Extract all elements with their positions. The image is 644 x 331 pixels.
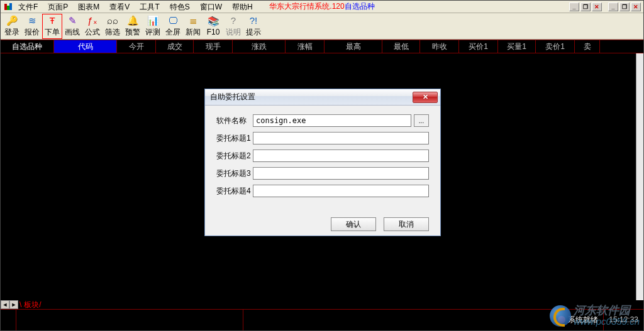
toolbar-label: 评测 bbox=[145, 27, 160, 38]
browse-button[interactable]: ... bbox=[414, 114, 429, 127]
draw-icon: ✎ bbox=[67, 15, 78, 26]
toolbar-新闻[interactable]: ≣新闻 bbox=[183, 14, 203, 39]
news-icon: ≣ bbox=[187, 15, 199, 26]
formula-icon: ƒₓ bbox=[87, 15, 98, 26]
watermark: 河东软件园 www.pc0359.cn bbox=[550, 305, 640, 327]
toolbar-登录[interactable]: 🔑登录 bbox=[2, 14, 22, 39]
toolbar-公式[interactable]: ƒₓ公式 bbox=[82, 14, 103, 39]
column-代码[interactable]: 代码 bbox=[54, 40, 117, 53]
column-最高[interactable]: 最高 bbox=[325, 40, 382, 53]
toolbar: 🔑登录≋报价Ŧ下单✎画线ƒₓ公式⌕⌕筛选🔔预警📊评测🖵全屏≣新闻📚F10?说明?… bbox=[1, 13, 643, 40]
toolbar-报价[interactable]: ≋报价 bbox=[22, 14, 42, 39]
toolbar-预警[interactable]: 🔔预警 bbox=[123, 14, 143, 39]
column-headers: 自选品种代码今开成交现手涨跌涨幅最高最低昨收买价1买量1卖价1卖 bbox=[1, 40, 643, 53]
column-今开[interactable]: 今开 bbox=[117, 40, 156, 53]
svg-rect-2 bbox=[9, 3, 12, 10]
consign-title2-label: 委托标题2 bbox=[216, 151, 253, 161]
toolbar-label: 提示 bbox=[246, 27, 261, 38]
close-button[interactable]: ✕ bbox=[631, 3, 641, 11]
menu-特色S[interactable]: 特色S bbox=[165, 1, 195, 13]
svg-rect-1 bbox=[7, 6, 9, 10]
dialog-titlebar[interactable]: 自助委托设置 ✕ bbox=[205, 89, 440, 106]
inner-minimize-button[interactable]: _ bbox=[569, 3, 579, 11]
column-现手[interactable]: 现手 bbox=[194, 40, 233, 53]
consign-title1-input[interactable] bbox=[253, 132, 429, 144]
tip-icon: ?! bbox=[248, 15, 259, 26]
column-涨幅[interactable]: 涨幅 bbox=[286, 40, 325, 53]
watermark-logo-icon bbox=[550, 305, 571, 327]
menubar: 文件F页面P图表M查看V工具T特色S窗口W帮助H 华东大宗行情系统.120自选品… bbox=[1, 1, 643, 13]
toolbar-下单[interactable]: Ŧ下单 bbox=[42, 14, 62, 39]
app-logo-icon bbox=[3, 2, 13, 12]
help-icon: ? bbox=[228, 15, 239, 26]
menu-帮助H[interactable]: 帮助H bbox=[227, 1, 258, 13]
order-icon: Ŧ bbox=[47, 15, 58, 26]
toolbar-label: 全屏 bbox=[165, 27, 180, 38]
column-涨跌[interactable]: 涨跌 bbox=[233, 40, 286, 53]
svg-rect-0 bbox=[4, 4, 7, 10]
consign-settings-dialog: 自助委托设置 ✕ 软件名称 ... 委托标题1 委托标题2 委托标题3 委 bbox=[204, 89, 441, 236]
column-昨收[interactable]: 昨收 bbox=[420, 40, 459, 53]
toolbar-label: 预警 bbox=[125, 27, 140, 38]
quote-icon: ≋ bbox=[26, 15, 38, 26]
toolbar-F10[interactable]: 📚F10 bbox=[203, 14, 223, 39]
consign-title1-label: 委托标题1 bbox=[216, 133, 253, 144]
column-买价1[interactable]: 买价1 bbox=[459, 40, 498, 53]
menu-图表M[interactable]: 图表M bbox=[73, 1, 104, 13]
toolbar-label: 新闻 bbox=[186, 27, 201, 38]
menu-窗口W[interactable]: 窗口W bbox=[195, 1, 227, 13]
toolbar-画线[interactable]: ✎画线 bbox=[62, 14, 82, 39]
menu-页面P[interactable]: 页面P bbox=[43, 1, 73, 13]
column-卖价1[interactable]: 卖价1 bbox=[536, 40, 575, 53]
column-最低[interactable]: 最低 bbox=[382, 40, 420, 53]
toolbar-筛选[interactable]: ⌕⌕筛选 bbox=[103, 14, 123, 39]
toolbar-提示[interactable]: ?!提示 bbox=[243, 14, 264, 39]
toolbar-label: 说明 bbox=[226, 27, 241, 38]
consign-title2-input[interactable] bbox=[253, 149, 429, 162]
vertical-scrollbar[interactable] bbox=[636, 53, 643, 300]
consign-title3-input[interactable] bbox=[253, 167, 429, 180]
toolbar-全屏[interactable]: 🖵全屏 bbox=[163, 14, 183, 39]
tab-scroll-right-button[interactable]: ► bbox=[9, 300, 18, 309]
inner-close-button[interactable]: ✕ bbox=[592, 3, 602, 11]
software-name-label: 软件名称 bbox=[216, 116, 253, 126]
filter-icon: ⌕⌕ bbox=[107, 15, 118, 26]
login-icon: 🔑 bbox=[6, 15, 18, 26]
column-卖[interactable]: 卖 bbox=[575, 40, 600, 53]
software-name-input[interactable] bbox=[253, 114, 411, 127]
consign-title4-input[interactable] bbox=[253, 185, 429, 197]
minimize-button[interactable]: _ bbox=[608, 3, 618, 11]
fullscreen-icon: 🖵 bbox=[167, 15, 179, 26]
cancel-button[interactable]: 取消 bbox=[384, 217, 429, 231]
toolbar-label: 报价 bbox=[25, 27, 40, 38]
toolbar-评测[interactable]: 📊评测 bbox=[143, 14, 163, 39]
consign-title3-label: 委托标题3 bbox=[216, 168, 253, 179]
menu-工具T[interactable]: 工具T bbox=[135, 1, 164, 13]
dialog-title: 自助委托设置 bbox=[210, 92, 255, 102]
alert-icon: 🔔 bbox=[127, 15, 138, 26]
toolbar-说明[interactable]: ?说明 bbox=[223, 14, 243, 39]
toolbar-label: 登录 bbox=[4, 27, 19, 38]
menu-文件F[interactable]: 文件F bbox=[13, 1, 43, 13]
column-买量1[interactable]: 买量1 bbox=[498, 40, 536, 53]
toolbar-label: F10 bbox=[207, 28, 220, 36]
toolbar-label: 下单 bbox=[45, 27, 60, 38]
tab-strip: ◄ ► \ 板块 / bbox=[1, 300, 643, 309]
consign-title4-label: 委托标题4 bbox=[216, 186, 253, 197]
toolbar-label: 公式 bbox=[85, 27, 100, 38]
menu-查看V[interactable]: 查看V bbox=[104, 1, 135, 13]
column-自选品种[interactable]: 自选品种 bbox=[1, 40, 54, 53]
status-bar: 系统就绪 15:12:33 bbox=[1, 309, 643, 330]
tab-sector[interactable]: 板块 bbox=[24, 300, 39, 310]
app-title: 华东大宗行情系统.120自选品种 bbox=[269, 1, 374, 12]
maximize-button[interactable]: ❐ bbox=[619, 3, 630, 11]
tab-scroll-left-button[interactable]: ◄ bbox=[1, 300, 9, 309]
f10-icon: 📚 bbox=[208, 16, 219, 27]
evaluate-icon: 📊 bbox=[147, 15, 158, 26]
column-成交[interactable]: 成交 bbox=[156, 40, 194, 53]
dialog-close-button[interactable]: ✕ bbox=[413, 92, 438, 103]
ok-button[interactable]: 确认 bbox=[331, 217, 376, 231]
toolbar-label: 画线 bbox=[65, 27, 80, 38]
inner-restore-button[interactable]: ❐ bbox=[580, 3, 591, 11]
toolbar-label: 筛选 bbox=[105, 27, 120, 38]
